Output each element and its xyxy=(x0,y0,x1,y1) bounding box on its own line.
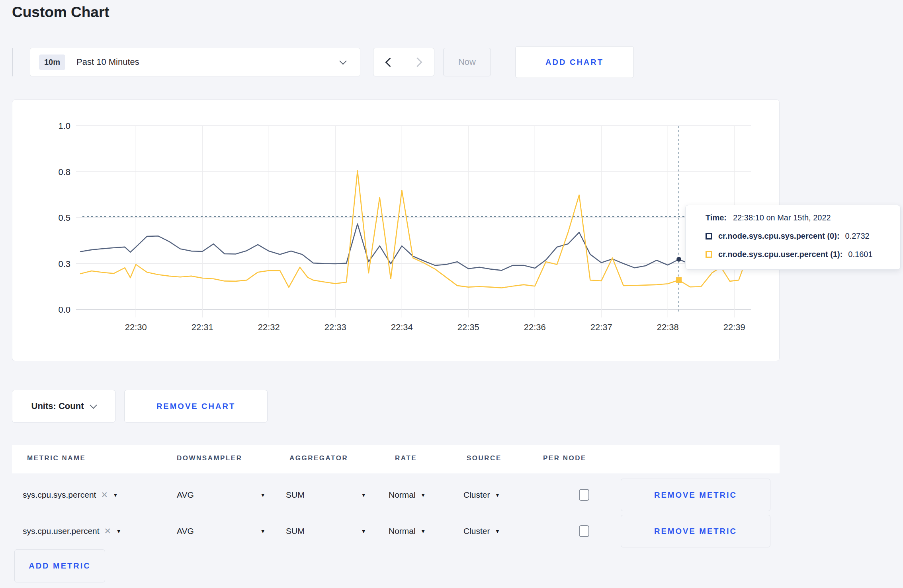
svg-text:22:32: 22:32 xyxy=(258,322,280,332)
tooltip-series-name: cr.node.sys.cpu.sys.percent (0): xyxy=(718,232,840,241)
aggregator-value: SUM xyxy=(286,490,305,500)
tooltip-series-value: 0.2732 xyxy=(845,232,870,241)
svg-text:1.0: 1.0 xyxy=(58,121,70,131)
metrics-table-header: METRIC NAME DOWNSAMPLER AGGREGATOR RATE … xyxy=(12,445,780,473)
rate-value: Normal xyxy=(389,526,416,536)
series-sys-legend-swatch-icon xyxy=(706,233,712,239)
dropdown-arrow-icon: ▼ xyxy=(495,492,500,498)
svg-text:0.0: 0.0 xyxy=(58,305,70,315)
prev-time-button[interactable] xyxy=(373,48,404,76)
toolbar-left-divider xyxy=(12,48,13,76)
chevron-right-icon xyxy=(412,57,422,67)
col-header-downsampler: DOWNSAMPLER xyxy=(177,454,242,462)
chart-tooltip: Time: 22:38:10 on Mar 15th, 2022 cr.node… xyxy=(685,205,901,270)
svg-text:22:35: 22:35 xyxy=(457,322,479,332)
source-value: Cluster xyxy=(463,490,490,500)
now-button[interactable]: Now xyxy=(443,48,491,76)
per-node-checkbox[interactable] xyxy=(579,525,589,537)
source-select[interactable]: Cluster ▼ xyxy=(463,479,500,511)
dropdown-arrow-icon: ▼ xyxy=(420,492,426,498)
col-header-source: SOURCE xyxy=(467,454,502,462)
table-row: sys.cpu.user.percent ✕ ▼ AVG ▼ SUM ▼ Nor… xyxy=(12,515,780,547)
add-metric-button[interactable]: ADD METRIC xyxy=(14,549,105,582)
per-node-checkbox[interactable] xyxy=(579,489,589,501)
svg-text:22:36: 22:36 xyxy=(524,322,546,332)
clear-metric-icon[interactable]: ✕ xyxy=(101,490,108,500)
page-title: Custom Chart xyxy=(12,4,109,21)
remove-chart-button[interactable]: REMOVE CHART xyxy=(124,390,268,423)
col-header-aggregator: AGGREGATOR xyxy=(289,454,348,462)
aggregator-value: SUM xyxy=(286,526,305,536)
units-label: Units: Count xyxy=(31,401,84,411)
metric-name-value: sys.cpu.sys.percent xyxy=(23,490,96,500)
svg-text:22:33: 22:33 xyxy=(324,322,346,332)
metric-name-value: sys.cpu.user.percent xyxy=(23,526,100,536)
rate-select[interactable]: Normal ▼ xyxy=(389,515,426,547)
clear-metric-icon[interactable]: ✕ xyxy=(104,526,111,536)
series-user-legend-swatch-icon xyxy=(706,251,712,258)
tooltip-series-value: 0.1601 xyxy=(848,250,872,259)
dropdown-arrow-icon: ▼ xyxy=(495,528,500,534)
rate-select[interactable]: Normal ▼ xyxy=(389,479,426,511)
svg-text:22:39: 22:39 xyxy=(723,322,745,332)
add-chart-button[interactable]: ADD CHART xyxy=(515,46,634,78)
chart-panel[interactable]: 0.00.30.50.81.022:3022:3122:3222:3322:34… xyxy=(12,99,780,361)
svg-text:22:38: 22:38 xyxy=(657,322,679,332)
svg-text:22:34: 22:34 xyxy=(391,322,413,332)
table-row: sys.cpu.sys.percent ✕ ▼ AVG ▼ SUM ▼ Norm… xyxy=(12,479,780,511)
tooltip-time-value: 22:38:10 on Mar 15th, 2022 xyxy=(733,213,831,222)
col-header-metric-name: METRIC NAME xyxy=(27,454,86,462)
tooltip-series-row: cr.node.sys.cpu.user.percent (1): 0.1601 xyxy=(706,249,900,260)
dropdown-arrow-icon: ▼ xyxy=(116,528,121,534)
chart-svg: 0.00.30.50.81.022:3022:3122:3222:3322:34… xyxy=(12,100,780,362)
svg-text:0.8: 0.8 xyxy=(58,167,70,177)
metric-name-select[interactable]: sys.cpu.user.percent ✕ ▼ xyxy=(23,515,121,547)
units-select[interactable]: Units: Count xyxy=(12,390,115,423)
time-range-label: Past 10 Minutes xyxy=(76,57,139,67)
source-select[interactable]: Cluster ▼ xyxy=(463,515,500,547)
tooltip-time-row: Time: 22:38:10 on Mar 15th, 2022 xyxy=(706,212,900,223)
source-value: Cluster xyxy=(463,526,490,536)
dropdown-arrow-icon: ▼ xyxy=(260,492,266,498)
dropdown-arrow-icon: ▼ xyxy=(420,528,426,534)
aggregator-select[interactable]: SUM ▼ xyxy=(286,479,366,511)
svg-text:0.5: 0.5 xyxy=(58,213,70,223)
time-range-badge: 10m xyxy=(39,55,65,70)
svg-text:22:30: 22:30 xyxy=(125,322,147,332)
time-pager xyxy=(373,48,434,76)
remove-metric-button[interactable]: REMOVE METRIC xyxy=(621,515,770,547)
tooltip-series-row: cr.node.sys.cpu.sys.percent (0): 0.2732 xyxy=(706,230,900,241)
chevron-down-icon xyxy=(339,57,346,64)
metric-name-select[interactable]: sys.cpu.sys.percent ✕ ▼ xyxy=(23,479,118,511)
col-header-per-node: PER NODE xyxy=(543,454,586,462)
downsampler-value: AVG xyxy=(177,526,194,536)
dropdown-arrow-icon: ▼ xyxy=(361,528,366,534)
dropdown-arrow-icon: ▼ xyxy=(113,492,118,498)
chevron-down-icon xyxy=(90,401,97,409)
downsampler-value: AVG xyxy=(177,490,194,500)
rate-value: Normal xyxy=(389,490,416,500)
svg-text:22:37: 22:37 xyxy=(590,322,612,332)
dropdown-arrow-icon: ▼ xyxy=(361,492,366,498)
col-header-rate: RATE xyxy=(395,454,417,462)
tooltip-series-name: cr.node.sys.cpu.user.percent (1): xyxy=(718,250,842,259)
next-time-button[interactable] xyxy=(404,48,434,76)
tooltip-time-label: Time: xyxy=(706,213,727,222)
aggregator-select[interactable]: SUM ▼ xyxy=(286,515,366,547)
downsampler-select[interactable]: AVG ▼ xyxy=(177,515,266,547)
dropdown-arrow-icon: ▼ xyxy=(260,528,266,534)
chevron-left-icon xyxy=(385,57,395,67)
svg-text:0.3: 0.3 xyxy=(58,259,70,269)
downsampler-select[interactable]: AVG ▼ xyxy=(177,479,266,511)
svg-text:22:31: 22:31 xyxy=(192,322,213,332)
remove-metric-button[interactable]: REMOVE METRIC xyxy=(621,479,770,511)
time-range-select[interactable]: 10m Past 10 Minutes xyxy=(30,48,360,76)
